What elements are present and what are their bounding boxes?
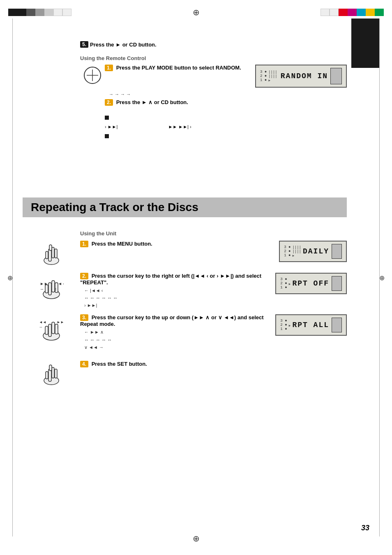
color-white2 (62, 9, 71, 16)
daily-bars1: |||| (292, 246, 301, 250)
daily-disc2: 2 ● (284, 249, 291, 253)
disc-indicators-left: 3 ● 2 ● 1 ● (260, 70, 267, 82)
color-yellow (366, 9, 375, 16)
daily-right-box (332, 244, 342, 259)
rc-step1-text: Press the PLAY MODE button to select RAN… (116, 65, 241, 71)
random-display-top: 3 ● 2 ● 1 ● |||| |||| ► RANDOM IN (260, 68, 342, 84)
daily-display-container: 3 ● 2 ● 1 ● |||| |||| ► DAILY (279, 241, 347, 262)
rpt-all-lcd-text: RPT ALL (292, 321, 329, 329)
color-strip-left (8, 9, 71, 16)
bars-top: |||| (268, 70, 277, 74)
color-white-r (321, 9, 330, 16)
note1-square (105, 116, 109, 120)
daily-lcd-text: DAILY (303, 247, 329, 255)
black-rect-top-right (351, 19, 379, 68)
rpt-off-right-box (332, 276, 342, 291)
rpt-off-disc1: 1 ● (280, 286, 287, 290)
arrow-unit-icon: ►► ↔ ◄◄ ↕ (39, 273, 64, 300)
color-white-r2 (330, 9, 339, 16)
color-gray (35, 9, 44, 16)
daily-display-inner: 3 ● 2 ● 1 ● |||| |||| ► DAILY (284, 244, 342, 259)
arrow-unit-icon2-container: ◄◄ ↔ ►► ↕ (23, 314, 80, 341)
svg-text:◄◄: ◄◄ (58, 281, 64, 286)
daily-bars: |||| |||| ► (292, 246, 301, 258)
unit-step2-content: 2. Press the cursor key to the right or … (80, 273, 267, 310)
svg-rect-6 (55, 249, 57, 258)
rc-step2-badge: 2. (105, 99, 113, 106)
unit-step3-text: Press the cursor key to the up or down (… (80, 314, 264, 327)
random-lcd-text: RANDOM IN (281, 72, 328, 80)
note2-area (105, 132, 347, 139)
rc-step2-row: 2. Press the ► ∧ or CD button. (105, 99, 347, 106)
svg-rect-30 (55, 369, 57, 378)
rpt-off-disc-indicators: 3 ● 2 ● 1 ● (280, 277, 287, 290)
rpt-all-disc2: 2 ● (280, 323, 287, 327)
svg-rect-7 (46, 251, 48, 259)
rpt-all-display: 3 ● 2 ● 1 ● ► RPT ALL (275, 314, 347, 336)
section-heading: Repeating a Track or the Discs (23, 197, 347, 217)
disc-bars: |||| |||| ► (268, 70, 277, 82)
color-red (339, 9, 348, 16)
svg-rect-31 (46, 372, 48, 379)
unit-step1-badge: 1. (80, 241, 88, 247)
unit-step2-arrows-a: ← |◄◄ ‹ (80, 288, 267, 293)
svg-rect-8 (49, 245, 52, 251)
top-bar: ⊕ (0, 7, 392, 17)
rpt-off-disc3: 3 ● (280, 277, 287, 281)
section-heading-area: Repeating a Track or the Discs (23, 197, 347, 217)
unit-step4-text: Press the SET button. (92, 361, 147, 367)
rpt-all-play: ► (289, 322, 291, 328)
rc-step1-label-row: 1. Press the PLAY MODE button to select … (105, 65, 247, 71)
rpt-all-right-box (332, 318, 342, 332)
rpt-all-text-area: RPT ALL (292, 321, 329, 329)
unit-step2-arrows-b: ↔ ↔ ↔ ↔ ↔ ↔ (80, 295, 267, 300)
rpt-off-play: ► (289, 281, 291, 287)
left-crosshair: ⊕ (7, 274, 13, 281)
rpt-off-display-inner: 3 ● 2 ● 1 ● ► RPT OFF (280, 276, 342, 291)
unit-step1-content: 1. Press the MENU button. (80, 241, 271, 247)
svg-text:↕: ↕ (55, 287, 57, 291)
rpt-all-display-container: 3 ● 2 ● 1 ● ► RPT ALL (275, 314, 347, 336)
rpt-off-disc2: 2 ● (280, 281, 287, 286)
rc-step2-text: Press the ► ∧ or CD button. (116, 99, 188, 105)
hand-icon-4-container (23, 361, 80, 385)
unit-step2-arrows-c: › ►►| (80, 303, 267, 308)
color-black (8, 9, 17, 16)
daily-text-area: DAILY (303, 247, 329, 255)
step5-row: 5. Press the ► or CD button. (80, 41, 347, 48)
rpt-all-disc1: 1 ● (280, 327, 287, 331)
display-right-box (330, 68, 342, 84)
color-lightgray (44, 9, 53, 16)
rc-step1-row: 1. Press the PLAY MODE button to select … (80, 65, 347, 88)
random-text-area: RANDOM IN (281, 72, 328, 80)
color-strip-right (321, 9, 384, 16)
bars-mid: |||| (268, 74, 277, 79)
unit-step2-badge: 2. (80, 273, 88, 279)
using-unit-label: Using the Unit (80, 230, 347, 237)
svg-text:◄◄: ◄◄ (39, 320, 46, 324)
unit-step3-arrows-c: ∨ ◄◄ → (80, 345, 267, 350)
using-remote-label: Using the Remote Control (80, 55, 347, 61)
svg-rect-13 (45, 285, 48, 293)
rpt-off-display-container: 3 ● 2 ● 1 ● ► RPT OFF (275, 273, 347, 294)
svg-rect-5 (52, 247, 54, 258)
random-display: 3 ● 2 ● 1 ● |||| |||| ► RANDOM IN (255, 65, 347, 88)
remote-icon (83, 66, 101, 84)
play-indicator: ► (268, 79, 277, 82)
rpt-all-display-inner: 3 ● 2 ● 1 ● ► RPT ALL (280, 318, 342, 332)
color-black2 (17, 9, 26, 16)
rpt-off-display: 3 ● 2 ● 1 ● ► RPT OFF (275, 273, 347, 294)
rpt-off-lcd-text: RPT OFF (292, 279, 329, 288)
rpt-all-disc3: 3 ● (280, 319, 287, 323)
svg-text:↔: ↔ (39, 325, 43, 329)
right-crosshair: ⊕ (379, 274, 385, 281)
svg-text:►►: ►► (40, 281, 48, 286)
random-arrows: › ►►| ►► ►►| › (105, 124, 347, 129)
top-content-area: 5. Press the ► or CD button. Using the R… (23, 41, 347, 143)
arrow-unit-icon-container: ►► ↔ ◄◄ ↕ (23, 273, 80, 300)
unit-step4-content: 4. Press the SET button. (80, 361, 347, 367)
svg-rect-19 (48, 324, 51, 337)
unit-step4-badge: 4. (80, 361, 88, 367)
svg-rect-32 (49, 365, 52, 371)
arrow-right1: › ►►| (105, 124, 118, 129)
